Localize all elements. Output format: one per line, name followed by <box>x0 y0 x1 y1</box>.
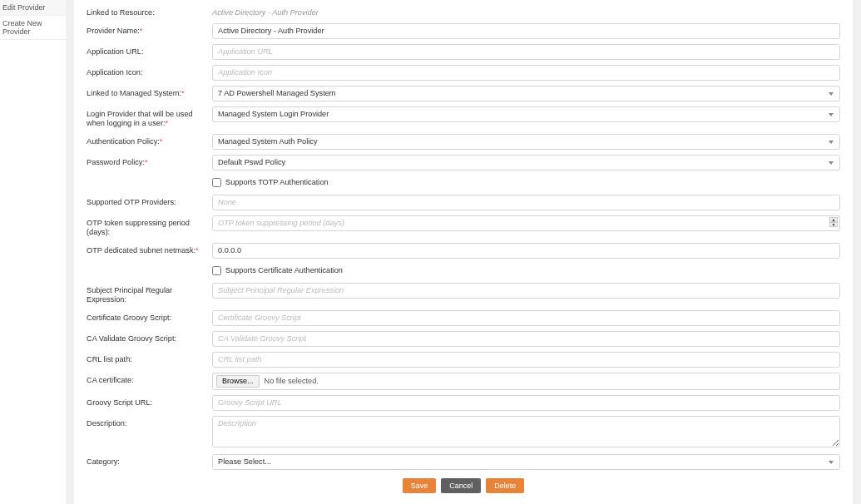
application-icon-label: Application Icon: <box>87 65 212 78</box>
delete-button[interactable]: Delete <box>486 478 524 493</box>
cert-groovy-label: Certificate Groovy Script: <box>87 310 212 324</box>
subject-regex-label: Subject Principal Regular Expression: <box>87 283 212 305</box>
login-provider-select[interactable]: Managed System Login Provider <box>212 106 840 122</box>
crl-path-label: CRL list path: <box>87 352 212 365</box>
supports-cert-auth-checkbox[interactable] <box>212 266 221 275</box>
cancel-button[interactable]: Cancel <box>441 478 481 493</box>
application-url-label: Application URL: <box>87 44 212 57</box>
otp-suppress-label: OTP token suppressing period (days): <box>87 215 212 238</box>
provider-name-input[interactable] <box>212 23 840 39</box>
auth-policy-label: Authentication Policy:* <box>87 134 212 147</box>
main-content: Linked to Resource: Active Directory - A… <box>66 0 861 504</box>
application-url-input[interactable] <box>212 44 840 60</box>
linked-managed-system-select[interactable]: 7 AD Powershell Managed System <box>212 86 840 101</box>
password-policy-label: Password Policy:* <box>87 155 212 168</box>
ca-validate-label: CA Validate Groovy Script: <box>87 331 212 344</box>
sidebar-item-edit-provider[interactable]: Edit Provider <box>0 0 66 16</box>
groovy-url-input[interactable] <box>212 395 840 411</box>
auth-policy-select[interactable]: Managed System Auth Policy <box>212 134 840 150</box>
application-icon-input[interactable] <box>212 65 840 81</box>
otp-subnet-input[interactable] <box>212 243 840 259</box>
browse-button[interactable]: Browse... <box>216 375 260 388</box>
description-label: Description: <box>87 416 212 429</box>
cert-groovy-input[interactable] <box>212 310 840 326</box>
otp-providers-input[interactable] <box>212 195 840 210</box>
subject-regex-input[interactable] <box>212 283 840 299</box>
crl-path-input[interactable] <box>212 352 840 368</box>
sidebar: Edit Provider Create New Provider <box>0 0 66 504</box>
supports-totp-label: Supports TOTP Authentication <box>225 178 329 186</box>
supports-totp-checkbox[interactable] <box>212 178 221 187</box>
otp-providers-label: Supported OTP Providers: <box>87 195 212 208</box>
supports-cert-auth-label: Supports Certificate Authentication <box>225 266 343 274</box>
form-area: Linked to Resource: Active Directory - A… <box>74 0 853 504</box>
login-provider-label: Login Provider that will be used when lo… <box>87 106 212 129</box>
groovy-url-label: Groovy Script URL: <box>87 395 212 408</box>
otp-suppress-input[interactable] <box>212 215 840 231</box>
category-select[interactable]: Please Select... <box>212 454 840 470</box>
ca-validate-input[interactable] <box>212 331 840 347</box>
ca-certificate-file-wrap: Browse... No file selected. <box>212 373 840 390</box>
otp-subnet-label: OTP dedicated subnet netmask:* <box>87 243 212 256</box>
provider-name-label: Provider Name:* <box>87 23 212 37</box>
button-row: Save Cancel Delete <box>87 478 840 493</box>
linked-resource-label: Linked to Resource: <box>87 5 212 18</box>
password-policy-select[interactable]: Default Pswd Policy <box>212 155 840 170</box>
no-file-selected-text: No file selected. <box>265 377 319 385</box>
ca-certificate-label: CA certificate: <box>87 373 212 386</box>
description-textarea[interactable] <box>212 416 840 447</box>
number-spinner[interactable]: ▲▼ <box>829 217 838 227</box>
save-button[interactable]: Save <box>403 478 437 493</box>
linked-resource-value: Active Directory - Auth Provider <box>212 5 840 17</box>
sidebar-item-create-new-provider[interactable]: Create New Provider <box>0 16 66 40</box>
category-label: Category: <box>87 454 212 467</box>
linked-managed-system-label: Linked to Managed System:* <box>87 86 212 99</box>
